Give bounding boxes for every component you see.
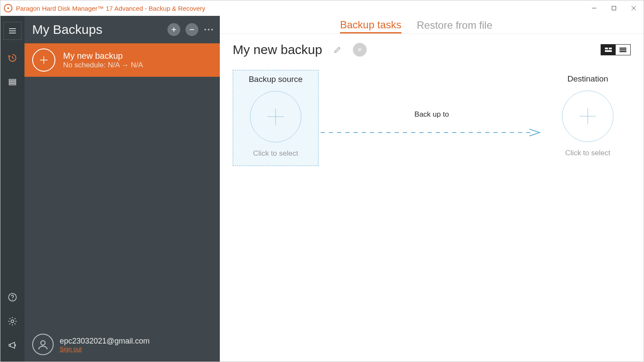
svg-rect-32 xyxy=(605,50,612,52)
svg-rect-7 xyxy=(9,79,16,81)
sidebar-header: My Backups xyxy=(24,16,220,43)
backup-list-item[interactable]: My new backup No schedule: N/A → N/A xyxy=(24,43,220,77)
svg-line-17 xyxy=(9,318,10,319)
tab-backup-tasks[interactable]: Backup tasks xyxy=(340,19,401,33)
add-backup-button[interactable] xyxy=(167,23,180,36)
nav-backup-history[interactable] xyxy=(0,46,24,70)
user-email: epc23032021@gmail.com xyxy=(60,337,149,346)
content-header: My new backup xyxy=(220,34,644,70)
hamburger-menu-button[interactable] xyxy=(3,22,21,40)
comment-button[interactable] xyxy=(353,43,367,57)
svg-point-12 xyxy=(11,320,14,323)
svg-point-11 xyxy=(12,299,13,300)
close-button[interactable] xyxy=(624,0,644,16)
nav-help[interactable] xyxy=(0,285,24,309)
backup-arrow: Back up to xyxy=(319,70,545,177)
titlebar-left: Paragon Hard Disk Manager™ 17 Advanced -… xyxy=(4,4,205,12)
destination-add-button[interactable] xyxy=(562,90,614,142)
megaphone-icon xyxy=(7,340,18,350)
minimize-button[interactable] xyxy=(584,0,604,16)
svg-rect-34 xyxy=(620,49,626,51)
content-panel: Backup tasks Restore from file My new ba… xyxy=(220,16,644,362)
view-cards-icon xyxy=(605,47,612,53)
app-window: Paragon Hard Disk Manager™ 17 Advanced -… xyxy=(0,0,644,362)
chat-icon xyxy=(356,46,364,54)
pencil-icon xyxy=(333,45,342,54)
svg-line-19 xyxy=(9,323,10,324)
svg-rect-30 xyxy=(605,48,608,49)
svg-rect-33 xyxy=(620,48,626,49)
window-controls xyxy=(584,0,644,16)
svg-rect-9 xyxy=(9,84,16,85)
maximize-button[interactable] xyxy=(604,0,624,16)
nav-announcements[interactable] xyxy=(0,333,24,357)
user-avatar xyxy=(32,334,54,355)
tab-restore-from-file[interactable]: Restore from file xyxy=(417,19,492,33)
content-title: My new backup xyxy=(233,42,322,57)
svg-line-20 xyxy=(15,318,15,319)
svg-rect-31 xyxy=(609,48,612,49)
backup-item-plus-icon xyxy=(32,48,55,72)
backup-item-subtitle: No schedule: N/A → N/A xyxy=(63,61,143,69)
minus-icon xyxy=(189,27,195,33)
app-icon xyxy=(4,4,12,12)
help-icon xyxy=(7,292,18,302)
remove-backup-button[interactable] xyxy=(185,23,198,36)
window-title: Paragon Hard Disk Manager™ 17 Advanced -… xyxy=(16,5,205,12)
minimize-icon xyxy=(592,6,597,11)
destination-title: Destination xyxy=(567,74,608,84)
backup-source-add-button[interactable] xyxy=(250,91,301,142)
nav-settings[interactable] xyxy=(0,309,24,333)
view-cards-button[interactable] xyxy=(601,45,616,55)
backup-source-title: Backup source xyxy=(249,75,303,84)
main-area: My Backups My xyxy=(0,16,644,362)
sidebar: My Backups My xyxy=(24,16,220,362)
titlebar: Paragon Hard Disk Manager™ 17 Advanced -… xyxy=(0,0,644,16)
svg-point-26 xyxy=(41,341,45,345)
rename-button[interactable] xyxy=(331,43,344,57)
svg-rect-1 xyxy=(612,6,616,10)
view-list-button[interactable] xyxy=(616,45,630,55)
svg-line-18 xyxy=(15,323,15,324)
destination-hint: Click to select xyxy=(565,149,611,157)
sidebar-title: My Backups xyxy=(32,22,102,37)
plus-icon xyxy=(264,105,287,128)
maximize-icon xyxy=(611,6,617,11)
sidebar-actions xyxy=(167,23,214,36)
hamburger-icon xyxy=(7,26,18,36)
user-footer: epc23032021@gmail.com Sign out xyxy=(24,327,220,362)
disks-icon xyxy=(7,77,18,87)
tabs: Backup tasks Restore from file xyxy=(220,16,644,34)
backup-source-hint: Click to select xyxy=(253,149,298,158)
close-icon xyxy=(631,6,636,11)
backup-arrow-label: Back up to xyxy=(414,110,449,119)
svg-rect-35 xyxy=(620,51,626,52)
sidebar-more-button[interactable] xyxy=(204,29,214,30)
backup-source-card[interactable]: Backup source Click to select xyxy=(233,70,319,166)
nav-disks[interactable] xyxy=(0,70,24,94)
backup-item-name: My new backup xyxy=(63,51,143,61)
view-toggle xyxy=(601,44,631,55)
nav-rail xyxy=(0,16,24,362)
svg-rect-8 xyxy=(9,81,16,83)
user-icon xyxy=(36,338,49,351)
sign-out-link[interactable]: Sign out xyxy=(60,346,149,353)
view-list-icon xyxy=(619,47,627,53)
arrow-icon xyxy=(319,128,545,137)
gear-icon xyxy=(7,316,18,326)
plus-icon xyxy=(171,27,177,33)
destination-card[interactable]: Destination Click to select xyxy=(545,70,631,165)
history-icon xyxy=(7,53,18,63)
plus-icon xyxy=(576,105,599,128)
cards-row: Backup source Click to select Back up to xyxy=(220,70,644,177)
